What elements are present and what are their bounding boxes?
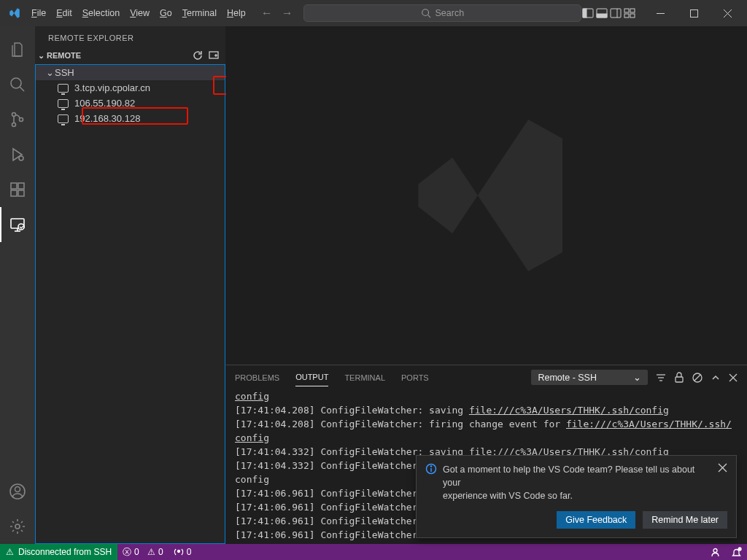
ssh-host-label: 106.55.190.82 [74,98,135,109]
tree-section-label: REMOTE [47,51,81,60]
problems-status[interactable]: ⓧ0 ⚠0 [117,544,169,560]
svg-rect-6 [611,9,621,18]
tab-terminal[interactable]: TERMINAL [344,369,385,386]
nav-arrows: ← → [251,7,303,20]
output-channel-label: Remote - SSH [538,373,597,383]
status-bar: ⚠ Disconnected from SSH ⓧ0 ⚠0 0 [0,544,747,560]
svg-rect-25 [18,183,24,189]
remote-host-icon [58,99,69,108]
accounts-icon[interactable] [0,474,35,509]
close-icon[interactable] [718,463,727,502]
panel-maximize-icon[interactable] [711,373,721,383]
panel-tabs: PROBLEMS OUTPUT TERMINAL PORTS Remote - … [226,365,747,389]
command-center-search[interactable]: Search [303,4,581,22]
settings-gear-icon[interactable] [0,509,35,544]
svg-rect-23 [11,190,17,196]
antenna-icon [174,547,184,557]
menu-help[interactable]: Help [222,0,251,26]
svg-point-18 [12,113,16,117]
notification-toast: Got a moment to help the VS Code team? P… [416,455,737,538]
output-channel-select[interactable]: Remote - SSH ⌄ [531,370,648,385]
warning-icon: ⚠ [147,547,155,557]
remote-tree: ⌄ SSH 3.tcp.vip.cpolar.cn 106.55.190.82 … [35,64,225,544]
ssh-host-label: 3.tcp.vip.cpolar.cn [74,82,150,93]
remote-explorer-icon[interactable] [0,207,35,242]
warning-icon: ⚠ [6,547,14,557]
svg-line-41 [694,375,700,381]
toggle-primary-sidebar-icon[interactable] [581,7,595,19]
tree-section-header[interactable]: ⌄ REMOTE [35,47,225,64]
vscode-logo-icon [3,0,26,26]
tab-output[interactable]: OUTPUT [295,368,328,386]
toggle-panel-icon[interactable] [595,7,608,19]
nav-forward-icon[interactable]: → [282,7,293,20]
search-icon[interactable] [0,67,35,102]
svg-rect-12 [657,13,665,14]
notification-message: Got a moment to help the VS Code team? P… [443,463,712,502]
svg-point-49 [177,551,179,553]
remote-host-icon [58,84,69,93]
tab-ports[interactable]: PORTS [401,369,429,386]
remote-status-label: Disconnected from SSH [18,547,112,557]
svg-rect-11 [630,14,635,18]
window-maximize-button[interactable] [677,0,711,26]
sidebar-title: REMOTE EXPLORER [35,26,225,47]
ssh-host-item[interactable]: 106.55.190.82 [36,96,225,111]
title-bar: File Edit Selection View Go Terminal Hel… [0,0,747,26]
menu-selection[interactable]: Selection [77,0,125,26]
customize-layout-icon[interactable] [623,7,636,19]
source-control-icon[interactable] [0,102,35,137]
editor-watermark [226,26,747,365]
menu-file[interactable]: File [26,0,51,26]
give-feedback-button[interactable]: Give Feedback [557,511,635,529]
svg-line-1 [427,15,430,18]
menu-edit[interactable]: Edit [51,0,77,26]
tab-problems[interactable]: PROBLEMS [235,369,279,386]
svg-rect-8 [624,9,629,12]
panel-close-icon[interactable] [728,373,738,383]
notifications-icon[interactable] [726,544,747,560]
remote-host-icon [58,114,69,123]
clear-output-icon[interactable] [692,372,703,384]
menu-view[interactable]: View [125,0,155,26]
svg-rect-39 [676,377,683,382]
run-debug-icon[interactable] [0,137,35,172]
new-target-icon[interactable] [208,50,220,61]
menu-terminal[interactable]: Terminal [177,0,222,26]
sidebar: REMOTE EXPLORER ⌄ REMOTE ⌄ SSH 3.tcp.vip… [35,26,226,544]
chevron-down-icon: ⌄ [38,51,44,61]
ssh-host-item[interactable]: 192.168.30.128 [36,111,225,126]
svg-rect-9 [630,9,635,12]
window-minimize-button[interactable] [643,0,677,26]
svg-rect-10 [624,14,629,18]
svg-rect-3 [583,9,587,18]
svg-point-31 [15,487,20,492]
extensions-icon[interactable] [0,172,35,207]
nav-back-icon[interactable]: ← [261,7,273,20]
svg-point-51 [738,548,741,551]
feedback-icon[interactable] [705,544,726,560]
lock-scroll-icon[interactable] [674,372,684,384]
svg-rect-5 [597,14,607,18]
remind-later-button[interactable]: Remind Me later [643,511,727,529]
svg-point-16 [11,78,21,88]
ssh-host-item[interactable]: 3.tcp.vip.cpolar.cn [36,80,225,96]
filter-icon[interactable] [655,372,667,384]
svg-rect-24 [18,190,24,196]
ssh-group[interactable]: ⌄ SSH [36,65,225,80]
svg-point-32 [15,524,20,529]
info-icon [425,463,437,502]
window-close-button[interactable] [711,0,744,26]
activity-bar [0,26,35,544]
error-icon: ⓧ [123,546,131,559]
menu-go[interactable]: Go [155,0,177,26]
toggle-secondary-sidebar-icon[interactable] [609,7,622,19]
search-placeholder: Search [436,8,465,18]
chevron-down-icon: ⌄ [633,372,641,383]
layout-controls [581,7,636,19]
ssh-host-label: 192.168.30.128 [74,113,140,124]
ports-status[interactable]: 0 [169,544,197,560]
explorer-icon[interactable] [0,32,35,67]
remote-status[interactable]: ⚠ Disconnected from SSH [0,544,117,560]
refresh-icon[interactable] [192,50,204,61]
